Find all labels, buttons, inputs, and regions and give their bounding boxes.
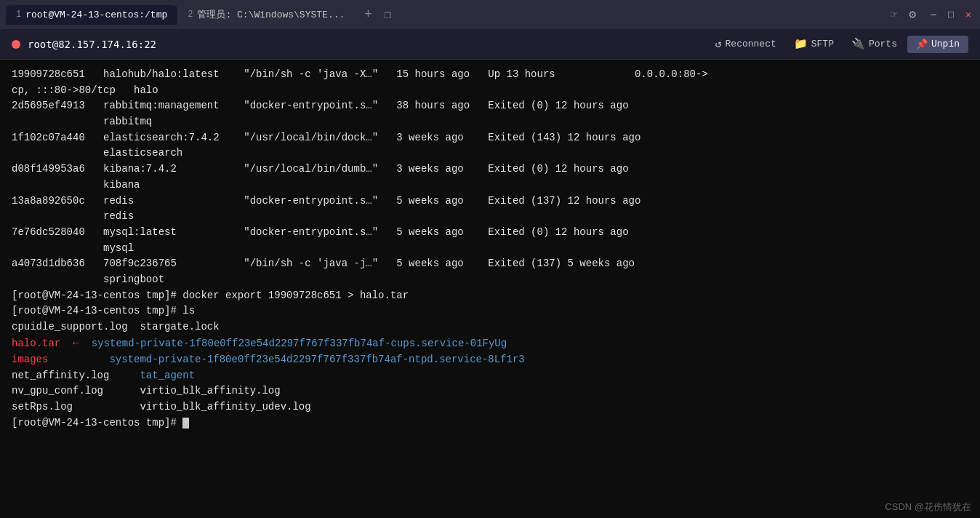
watermark: CSDN @花伤情犹在 — [885, 501, 971, 514]
term-line-ls6: setRps.log virtio_blk_affinity_udev.log — [12, 399, 968, 415]
reconnect-icon: ↺ — [715, 37, 722, 51]
term-line-ls2: halo.tar ← systemd-private-1f80e0ff23e54… — [12, 335, 968, 352]
term-line-8: kibana — [12, 178, 968, 194]
sftp-button[interactable]: 📁 SFTP — [787, 34, 841, 54]
term-line-3: 2d5695ef4913 rabbitmq:management "docker… — [12, 98, 968, 114]
toolbar: root@82.157.174.16:22 ↺ Reconnect 📁 SFTP… — [0, 29, 980, 60]
unpin-button[interactable]: 📌 Unpin — [907, 36, 968, 53]
term-line-ls3: images systemd-private-1f80e0ff23e54d229… — [12, 352, 968, 368]
reconnect-button[interactable]: ↺ Reconnect — [708, 34, 784, 54]
systemd-ntpd-label: systemd-private-1f80e0ff23e54d2297f767f3… — [109, 354, 524, 365]
term-line-cmd2: [root@VM-24-13-centos tmp]# ls — [12, 303, 968, 319]
ports-button[interactable]: 🔌 Ports — [844, 34, 904, 54]
term-line-9: 13a8a892650c redis "docker-entrypoint.s…… — [12, 194, 968, 210]
images-label: images — [12, 354, 48, 365]
split-view-button[interactable]: ❐ — [384, 7, 391, 22]
connection-status-dot — [12, 40, 20, 49]
term-line-ls1: cpuidle_support.log stargate.lock — [12, 319, 968, 335]
term-line-12: mysql — [12, 241, 968, 257]
term-line-prompt: [root@VM-24-13-centos tmp]# — [12, 415, 968, 431]
systemd-cups-label: systemd-private-1f80e0ff23e54d2297f767f3… — [92, 338, 507, 349]
tab-2-label: 管理员: C:\Windows\SYSTE... — [197, 8, 345, 21]
terminal-output[interactable]: 19909728c651 halohub/halo:latest "/bin/s… — [0, 60, 980, 518]
reconnect-label: Reconnect — [726, 39, 776, 49]
ports-label: Ports — [869, 39, 897, 49]
close-button[interactable]: ✕ — [963, 9, 974, 20]
tab-1[interactable]: 1 root@VM-24-13-centos:/tmp — [6, 5, 177, 25]
term-line-5: 1f102c07a440 elasticsearch:7.4.2 "/usr/l… — [12, 130, 968, 146]
term-line-10: redis — [12, 209, 968, 225]
titlebar-icons: ☞ ⚙ — [891, 7, 916, 22]
term-line-2: cp, :::80->80/tcp halo — [12, 83, 968, 99]
pin-icon: 📌 — [916, 39, 928, 50]
arrow-icon: ← — [73, 338, 79, 350]
server-address: root@82.157.174.16:22 — [28, 39, 156, 50]
sftp-icon: 📁 — [794, 37, 808, 51]
minimize-button[interactable]: — — [928, 9, 939, 20]
net-affinity-label: net_affinity.log — [12, 370, 140, 381]
maximize-button[interactable]: □ — [945, 9, 957, 20]
term-line-cmd1: [root@VM-24-13-centos tmp]# docker expor… — [12, 288, 968, 304]
tab-1-num: 1 — [16, 9, 21, 20]
ports-icon: 🔌 — [851, 37, 865, 51]
term-line-7: d08f149953a6 kibana:7.4.2 "/usr/local/bi… — [12, 162, 968, 178]
tab-2[interactable]: 2 管理员: C:\Windows\SYSTE... — [177, 4, 355, 25]
term-line-ls4: net_affinity.log tat_agent — [12, 368, 968, 384]
term-line-6: elasticsearch — [12, 146, 968, 162]
title-bar: 1 root@VM-24-13-centos:/tmp 2 管理员: C:\Wi… — [0, 0, 980, 29]
sftp-label: SFTP — [811, 39, 834, 49]
term-line-ls5: nv_gpu_conf.log virtio_blk_affinity.log — [12, 383, 968, 399]
term-line-1: 19909728c651 halohub/halo:latest "/bin/s… — [12, 67, 968, 83]
tat-agent-label: tat_agent — [140, 370, 195, 381]
term-line-13: a4073d1db636 708f9c236765 "/bin/sh -c 'j… — [12, 256, 968, 272]
tab-2-num: 2 — [188, 9, 193, 20]
halo-tar-label: halo.tar — [12, 338, 60, 349]
add-tab-button[interactable]: + — [358, 4, 378, 25]
term-line-11: 7e76dc528040 mysql:latest "docker-entryp… — [12, 225, 968, 241]
unpin-label: Unpin — [931, 39, 960, 49]
settings-icon[interactable]: ⚙ — [909, 7, 916, 22]
term-line-14: springboot — [12, 272, 968, 288]
term-line-4: rabbitmq — [12, 114, 968, 130]
tab-1-label: root@VM-24-13-centos:/tmp — [25, 9, 167, 20]
cursor-icon[interactable]: ☞ — [891, 7, 898, 22]
